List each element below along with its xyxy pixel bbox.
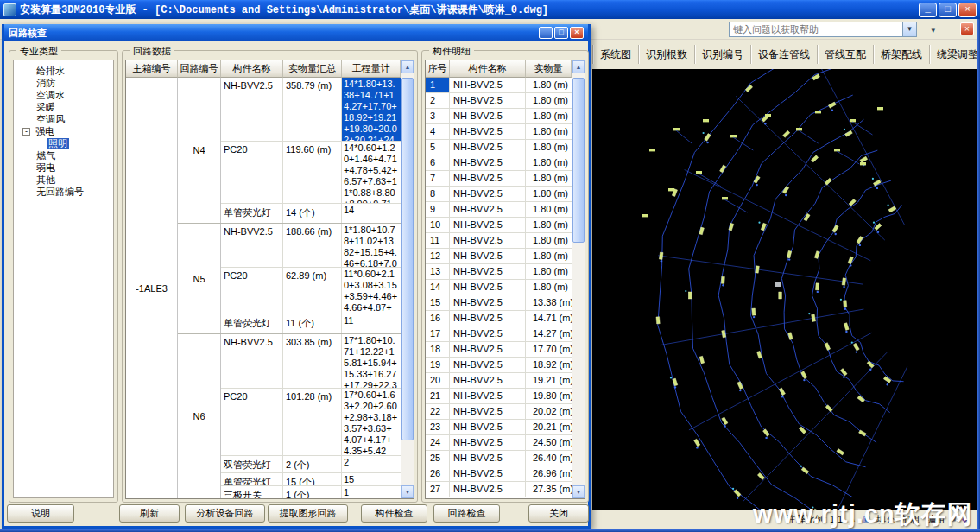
quantity-cell[interactable]: 19.80 (m) (526, 389, 572, 403)
analyze-circuit-button[interactable]: 分析设备回路 (185, 504, 265, 522)
toolbar-options-icon[interactable]: ▾ (931, 26, 935, 35)
calc-expression-cell[interactable]: 14 (342, 204, 401, 223)
quantity-cell[interactable]: 1.80 (m) (526, 202, 572, 217)
dialog-close-icon[interactable]: × (570, 27, 584, 39)
component-name-cell[interactable]: NH-BVV2.5 (450, 78, 526, 92)
tree-item[interactable]: 燃气 (14, 149, 113, 162)
component-name-cell[interactable]: NH-BVV2.5 (450, 358, 526, 372)
detail-row[interactable]: 25NH-BVV2.526.40 (m) (426, 451, 572, 466)
quantity-cell[interactable]: 18.92 (m) (526, 358, 572, 372)
circuit-number-cell[interactable]: N4 (178, 78, 221, 223)
index-cell[interactable]: 5 (426, 140, 450, 155)
detail-table-scrollbar[interactable]: ▲ ▼ (572, 60, 585, 498)
detail-row[interactable]: 14NH-BVV2.51.80 (m) (426, 280, 572, 295)
index-cell[interactable]: 24 (426, 435, 450, 450)
quantity-cell[interactable]: 27.35 (m) (526, 482, 572, 497)
quantity-cell[interactable]: 1.80 (m) (526, 155, 572, 170)
circuit-number-cell[interactable]: N6 (178, 334, 221, 498)
quantity-cell[interactable]: 1.80 (m) (526, 171, 572, 186)
index-cell[interactable]: 4 (426, 124, 450, 139)
detail-row[interactable]: 6NH-BVV2.51.80 (m) (426, 155, 572, 171)
detail-row[interactable]: 24NH-BVV2.524.50 (m) (426, 435, 572, 451)
detail-row[interactable]: 27NH-BVV2.527.35 (m) (426, 482, 572, 497)
toolbar-button[interactable]: 桥架配线 (873, 45, 929, 64)
index-cell[interactable]: 17 (426, 326, 450, 341)
tree-item[interactable]: 其他 (14, 174, 113, 186)
component-name-cell[interactable]: NH-BVV2.5 (450, 109, 526, 124)
circuit-row[interactable]: NH-BVV2.5358.79 (m)14*1.80+13.38+14.71+1… (221, 78, 401, 142)
close-button[interactable]: × (958, 3, 977, 17)
index-cell[interactable]: 16 (426, 311, 450, 326)
dialog-minimize-button[interactable]: _ (539, 27, 553, 39)
quantity-cell[interactable]: 1.80 (m) (526, 78, 572, 92)
quantity-cell[interactable]: 1.80 (m) (526, 218, 572, 232)
scroll-thumb[interactable] (572, 78, 585, 243)
calc-expression-cell[interactable]: 1*1.80+10.78+11.02+13.82+15.15+4.46+6.18… (342, 224, 401, 267)
detail-row[interactable]: 21NH-BVV2.519.80 (m) (426, 389, 572, 404)
detail-row[interactable]: 1NH-BVV2.51.80 (m) (426, 78, 572, 93)
detail-row[interactable]: 8NH-BVV2.51.80 (m) (426, 187, 572, 202)
circuit-row[interactable]: PC2062.89 (m)11*0.60+2.10+3.08+3.15+3.59… (221, 268, 401, 314)
index-cell[interactable]: 2 (426, 93, 450, 108)
component-name-cell[interactable]: NH-BVV2.5 (450, 466, 526, 481)
toolbar-button[interactable]: 管线互配 (817, 45, 873, 64)
toolbar-button[interactable]: 设备连管线 (750, 45, 817, 64)
quantity-cell[interactable]: 1.80 (m) (526, 109, 572, 124)
toolbar-button[interactable]: 识别编号 (694, 45, 750, 64)
quantity-cell[interactable]: 17.70 (m) (526, 342, 572, 357)
component-name-cell[interactable]: NH-BVV2.5 (450, 140, 526, 155)
quantity-cell[interactable]: 19.21 (m) (526, 373, 572, 388)
component-name-cell[interactable]: NH-BVV2.5 (450, 171, 526, 186)
tree-item[interactable]: 照明 (14, 137, 113, 149)
component-name-cell[interactable]: NH-BVV2.5 (221, 224, 283, 267)
quantity-cell[interactable]: 14 (个) (283, 204, 342, 223)
quantity-cell[interactable]: 26.96 (m) (526, 466, 572, 481)
quantity-cell[interactable]: 26.40 (m) (526, 451, 572, 466)
index-cell[interactable]: 13 (426, 264, 450, 279)
detail-row[interactable]: 9NH-BVV2.51.80 (m) (426, 202, 572, 218)
circuit-row[interactable]: NH-BVV2.5188.66 (m)1*1.80+10.78+11.02+13… (221, 224, 401, 268)
explain-button[interactable]: 说明 (7, 504, 74, 522)
calc-expression-cell[interactable]: 11*0.60+2.10+3.08+3.15+3.59+4.46+4.66+4.… (342, 268, 401, 314)
component-name-cell[interactable]: NH-BVV2.5 (450, 187, 526, 201)
quantity-cell[interactable]: 1.80 (m) (526, 124, 572, 139)
quantity-cell[interactable]: 1.80 (m) (526, 93, 572, 108)
component-name-cell[interactable]: NH-BVV2.5 (450, 233, 526, 248)
close-dialog-button[interactable]: 关闭 (528, 504, 589, 522)
quantity-cell[interactable]: 24.50 (m) (526, 435, 572, 450)
circuit-row[interactable]: 单管荧光灯11 (个)11 (221, 314, 401, 333)
tree-item[interactable]: 无回路编号 (14, 186, 113, 198)
index-cell[interactable]: 11 (426, 233, 450, 248)
component-name-cell[interactable]: NH-BVV2.5 (450, 280, 526, 294)
calc-expression-cell[interactable]: 14*1.80+13.38+14.71+14.27+17.70+18.92+19… (342, 78, 401, 141)
component-name-cell[interactable]: NH-BVV2.5 (450, 124, 526, 139)
detail-row[interactable]: 11NH-BVV2.51.80 (m) (426, 233, 572, 249)
component-name-cell[interactable]: NH-BVV2.5 (450, 451, 526, 466)
index-cell[interactable]: 26 (426, 466, 450, 481)
quantity-cell[interactable]: 303.85 (m) (283, 334, 342, 388)
detail-row[interactable]: 3NH-BVV2.51.80 (m) (426, 109, 572, 124)
index-cell[interactable]: 23 (426, 420, 450, 434)
component-name-cell[interactable]: NH-BVV2.5 (450, 93, 526, 108)
quantity-cell[interactable]: 20.02 (m) (526, 404, 572, 419)
quantity-cell[interactable]: 14.27 (m) (526, 326, 572, 341)
index-cell[interactable]: 14 (426, 280, 450, 294)
tree-item[interactable]: 给排水 (14, 65, 113, 77)
index-cell[interactable]: 20 (426, 373, 450, 388)
tree-item[interactable]: 采暖 (14, 101, 113, 113)
detail-row[interactable]: 5NH-BVV2.51.80 (m) (426, 140, 572, 155)
quantity-cell[interactable]: 15 (个) (283, 473, 342, 485)
toolbar-button[interactable]: 识别根数 (638, 45, 694, 64)
component-name-cell[interactable]: 三极开关 (221, 486, 283, 498)
quantity-cell[interactable]: 1.80 (m) (526, 140, 572, 155)
component-name-cell[interactable]: NH-BVV2.5 (450, 482, 526, 497)
circuit-row[interactable]: 单管荧光灯15 (个)15 (221, 473, 401, 486)
component-name-cell[interactable]: NH-BVV2.5 (450, 155, 526, 170)
component-name-cell[interactable]: NH-BVV2.5 (450, 389, 526, 403)
tree-item[interactable]: -强电 (14, 125, 113, 137)
component-name-cell[interactable]: NH-BVV2.5 (450, 264, 526, 279)
component-name-cell[interactable]: NH-BVV2.5 (450, 404, 526, 419)
app-icon[interactable] (3, 3, 16, 16)
component-name-cell[interactable]: NH-BVV2.5 (450, 202, 526, 217)
detail-row[interactable]: 26NH-BVV2.526.96 (m) (426, 466, 572, 482)
